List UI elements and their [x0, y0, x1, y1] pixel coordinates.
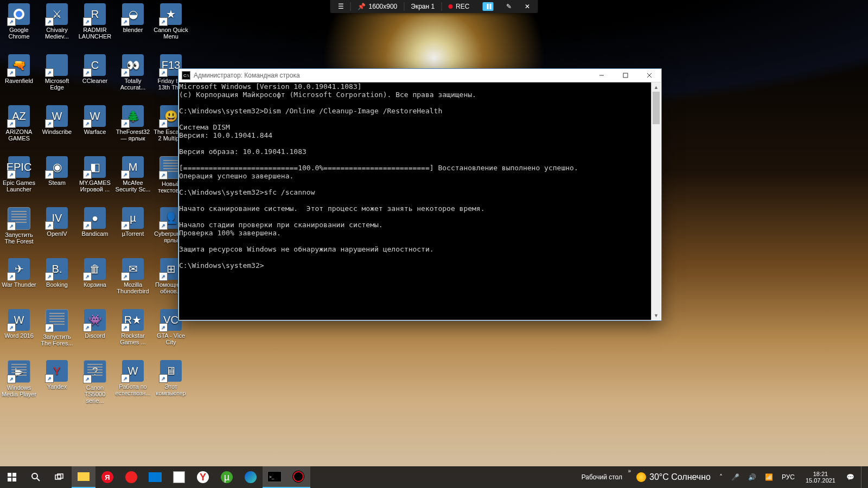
desktop-wallpaper[interactable]: ↗Google Chrome🔫↗RavenfieldAZ↗ARIZONA GAM… [0, 0, 868, 488]
app-icon: ↗ [46, 54, 68, 76]
weather-widget[interactable]: 30°C Солнечно [630, 472, 717, 482]
app-icon: R★↗ [122, 309, 144, 331]
task-view-label[interactable]: » Рабочий стол [582, 473, 630, 481]
desktop-icon[interactable]: 🌲↗TheForest32 — ярлык [114, 104, 152, 152]
taskbar-mail[interactable] [143, 466, 167, 488]
taskbar-yandex-app[interactable]: Я [95, 466, 119, 488]
desktop-icon[interactable]: ✉↗Mozilla Thunderbird [114, 257, 152, 305]
recorder-close-button[interactable]: ✕ [518, 0, 537, 13]
desktop-icon[interactable]: ★↗Canon Quick Menu [152, 2, 190, 50]
app-icon: W↗ [84, 105, 106, 127]
window-titlebar[interactable]: C:\ Администратор: Командная строка [178, 69, 661, 82]
recorder-pause-button[interactable] [476, 0, 500, 13]
scroll-thumb[interactable] [653, 92, 660, 124]
show-desktop-button[interactable] [861, 466, 865, 488]
desktop-icon[interactable]: ◉↗Steam [38, 155, 76, 203]
desktop-icon[interactable]: 🖥↗Этот компьютер [152, 359, 190, 407]
desktop-icon[interactable]: ?↗Canon TS5000 serie... [76, 359, 114, 407]
desktop-icon[interactable]: 🔫↗Ravenfield [0, 53, 38, 101]
desktop-icon[interactable]: AZ↗ARIZONA GAMES [0, 104, 38, 152]
rec-label: REC [456, 3, 469, 10]
clock-time: 18:21 [806, 471, 835, 477]
desktop-icon[interactable]: ●↗Bandicam [76, 206, 114, 254]
start-button[interactable] [0, 466, 24, 488]
desktop-icon-label: Canon Quick Menu [152, 27, 190, 40]
search-button[interactable] [24, 466, 48, 488]
recorder-rec-button[interactable]: REC [442, 0, 476, 13]
taskbar-file-explorer[interactable] [72, 466, 95, 488]
tray-notifications-icon[interactable]: 💬 [844, 473, 857, 481]
desktop-icon[interactable]: ✈↗War Thunder [0, 257, 38, 305]
desktop-icon[interactable]: ◒↗blender [114, 2, 152, 50]
desktop-icon[interactable]: W↗Windscribe [38, 104, 76, 152]
desktop-icon[interactable]: M↗McAfee Security Sc... [114, 155, 152, 203]
pin-icon: 📌 [358, 3, 366, 10]
desktop-icon[interactable]: µ↗µTorrent [114, 206, 152, 254]
desktop-icon[interactable]: IV↗OpenIV [38, 206, 76, 254]
terminal-output[interactable]: Microsoft Windows [Version 10.0.19041.10… [179, 82, 652, 320]
desktop-icon[interactable]: EPIC↗Epic Games Launcher [0, 155, 38, 203]
minimize-button[interactable] [590, 69, 614, 82]
tray-overflow-button[interactable]: ˄ [717, 473, 725, 481]
taskbar-yandex-browser[interactable]: Y [191, 466, 215, 488]
weather-text: 30°C Солнечно [649, 472, 711, 482]
desktop-icon-label: Steam [38, 179, 76, 186]
tray-volume-icon[interactable]: 📶 [763, 473, 775, 481]
taskbar-recorder[interactable] [286, 466, 310, 488]
desktop-icon[interactable]: R★↗Rockstar Games ... [114, 308, 152, 356]
close-button[interactable] [637, 69, 661, 82]
desktop-icon-label: War Thunder [0, 281, 38, 288]
taskbar-store[interactable]: 🛍 [167, 466, 191, 488]
scrollbar[interactable]: ▲ ▼ [651, 82, 661, 320]
taskbar-opera[interactable] [119, 466, 143, 488]
desktop-icon[interactable]: 👾↗Discord [76, 308, 114, 356]
desktop-icon[interactable]: ↗Microsoft Edge [38, 53, 76, 101]
shortcut-overlay-icon: ↗ [159, 17, 168, 26]
tray-network-icon[interactable]: 🔊 [746, 473, 758, 481]
desktop-icon-label: Mozilla Thunderbird [114, 281, 152, 294]
shortcut-overlay-icon: ↗ [83, 170, 92, 179]
desktop-icon[interactable]: W↗Warface [76, 104, 114, 152]
desktop-icon[interactable]: ⚔↗Chivalry Mediev... [38, 2, 76, 50]
maximize-button[interactable] [614, 69, 637, 82]
app-icon: 👀↗ [122, 54, 144, 76]
desktop-icon-label: Google Chrome [0, 27, 38, 40]
shortcut-overlay-icon: ↗ [45, 221, 54, 230]
desktop-icon[interactable]: ↗Запустить The Forest [0, 206, 38, 254]
app-icon: ●↗ [84, 207, 106, 229]
app-icon: ◧↗ [84, 156, 106, 178]
task-view-button[interactable] [48, 466, 72, 488]
recorder-menu-icon[interactable]: ☰ [331, 0, 350, 13]
desktop-icon[interactable]: ◧↗MY.GAMES Игровой ... [76, 155, 114, 203]
app-icon: Y↗ [46, 360, 68, 382]
taskbar-cmd[interactable]: >_ [263, 466, 286, 488]
desktop-icon[interactable]: ▶↗Windows Media Player [0, 359, 38, 407]
recorder-draw-button[interactable]: ✎ [500, 0, 518, 13]
app-icon: ▶↗ [8, 360, 30, 383]
desktop-icons: ↗Google Chrome🔫↗RavenfieldAZ↗ARIZONA GAM… [0, 2, 190, 414]
desktop-icon[interactable]: 👀↗Totally Accurat... [114, 53, 152, 101]
scroll-up-button[interactable]: ▲ [652, 82, 661, 92]
command-prompt-window[interactable]: C:\ Администратор: Командная строка Micr… [178, 68, 662, 321]
desktop-icon[interactable]: 🗑↗Корзина [76, 257, 114, 305]
desktop-icon[interactable]: R↗RADMIR LAUNCHER [76, 2, 114, 50]
desktop-icon[interactable]: Y↗Yandex [38, 359, 76, 407]
shortcut-overlay-icon: ↗ [121, 323, 130, 332]
shortcut-overlay-icon: ↗ [83, 272, 92, 281]
desktop-icon[interactable]: ↗Запустить The Fores... [38, 308, 76, 356]
scroll-down-button[interactable]: ▼ [652, 311, 661, 320]
desktop-icon[interactable]: B.↗Booking [38, 257, 76, 305]
tray-language[interactable]: РУС [780, 473, 797, 481]
taskbar-edge[interactable] [239, 466, 263, 488]
shortcut-overlay-icon: ↗ [121, 221, 130, 230]
desktop-icon-label: ARIZONA GAMES [0, 129, 38, 142]
desktop-icon[interactable]: C↗CCleaner [76, 53, 114, 101]
tray-clock[interactable]: 18:21 15.07.2021 [801, 471, 840, 484]
tray-mic-icon[interactable]: 🎤 [729, 473, 742, 481]
desktop-icon[interactable]: W↗Word 2016 [0, 308, 38, 356]
desktop-icon[interactable]: ↗Google Chrome [0, 2, 38, 50]
desktop-icon[interactable]: W↗Работа по естествозн... [114, 359, 152, 407]
shortcut-overlay-icon: ↗ [83, 375, 92, 383]
taskbar-utorrent[interactable]: µ [215, 466, 239, 488]
desktop-icon-label: OpenIV [38, 230, 76, 237]
